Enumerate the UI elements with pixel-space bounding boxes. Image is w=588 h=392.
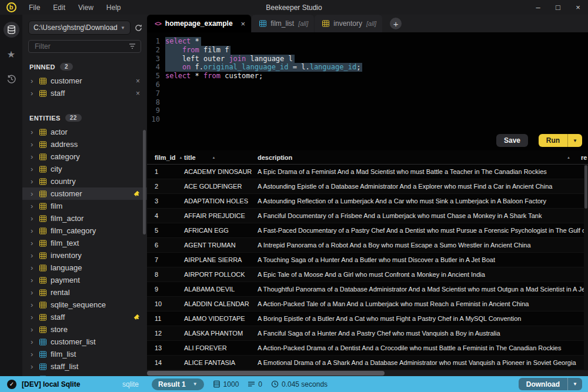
menu-help[interactable]: Help bbox=[100, 4, 128, 12]
chevron-right-icon[interactable]: › bbox=[31, 277, 35, 283]
chevron-right-icon[interactable]: › bbox=[31, 314, 35, 320]
unpin-close-icon[interactable]: × bbox=[136, 77, 140, 85]
editor-line[interactable]: 5select * from customer; bbox=[147, 72, 588, 81]
scrollbar-handle[interactable] bbox=[147, 371, 385, 376]
entity-rental[interactable]: ›rental bbox=[22, 286, 147, 299]
editor-line[interactable]: 6 bbox=[147, 81, 588, 89]
table-row[interactable]: 5AFRICAN EGGA Fast-Paced Documentary of … bbox=[147, 223, 588, 238]
column-header-film-id[interactable]: film_id ▲ bbox=[147, 154, 184, 161]
chevron-right-icon[interactable]: › bbox=[31, 142, 35, 148]
menu-file[interactable]: File bbox=[22, 4, 46, 12]
entity-staff[interactable]: ›staff bbox=[22, 311, 147, 323]
chevron-right-icon[interactable]: › bbox=[31, 290, 35, 296]
unpin-close-icon[interactable]: × bbox=[136, 89, 140, 98]
chevron-right-icon[interactable]: › bbox=[31, 191, 35, 197]
chevron-right-icon[interactable]: › bbox=[31, 302, 35, 308]
chevron-right-icon[interactable]: › bbox=[31, 240, 35, 246]
table-row[interactable]: 8AIRPORT POLLOCKA Epic Tale of a Moose A… bbox=[147, 267, 588, 282]
filter-input[interactable] bbox=[34, 42, 129, 51]
entity-sales_by_store[interactable]: ›sales_by_store bbox=[22, 373, 147, 376]
chevron-right-icon[interactable]: › bbox=[31, 78, 35, 84]
editor-line[interactable]: 10 bbox=[147, 115, 588, 124]
entity-film_list[interactable]: ›film_list bbox=[22, 348, 147, 360]
tab-inventory[interactable]: inventory[all] bbox=[315, 15, 382, 32]
close-icon[interactable]: × bbox=[568, 0, 588, 15]
pinned-item-customer[interactable]: ›customer× bbox=[22, 75, 147, 87]
menu-edit[interactable]: Edit bbox=[46, 4, 72, 12]
chevron-right-icon[interactable]: › bbox=[31, 179, 35, 185]
chevron-right-icon[interactable]: › bbox=[31, 203, 35, 209]
entity-address[interactable]: ›address bbox=[22, 138, 147, 150]
column-header-title[interactable]: title ▲ bbox=[184, 154, 258, 161]
close-tab-icon[interactable]: × bbox=[241, 19, 246, 28]
favorites-star-icon[interactable]: ★ bbox=[4, 46, 19, 62]
column-header-description[interactable]: description ▲ bbox=[258, 154, 581, 161]
chevron-right-icon[interactable]: › bbox=[31, 351, 35, 357]
entity-category[interactable]: ›category bbox=[22, 150, 147, 163]
connection-selector[interactable]: C:\Users\ghstng\Downloads ▼ bbox=[28, 21, 131, 35]
result-selector[interactable]: Result 1 ▼ bbox=[152, 378, 204, 390]
tab-film_list[interactable]: film_list[all] bbox=[252, 15, 314, 32]
editor-line[interactable]: 4 on f.original_language_id = l.language… bbox=[147, 63, 588, 72]
chevron-right-icon[interactable]: › bbox=[31, 154, 35, 160]
refresh-icon[interactable] bbox=[135, 24, 142, 32]
save-button[interactable]: Save bbox=[496, 134, 528, 147]
pin-icon[interactable] bbox=[133, 314, 140, 320]
new-tab-button[interactable]: + bbox=[390, 18, 402, 29]
entity-inventory[interactable]: ›inventory bbox=[22, 249, 147, 262]
grid-horizontal-scrollbar[interactable] bbox=[147, 370, 588, 376]
pinned-item-staff[interactable]: ›staff× bbox=[22, 87, 147, 99]
table-row[interactable]: 13ALI FOREVERA Action-Packed Drama of a … bbox=[147, 341, 588, 356]
chevron-right-icon[interactable]: › bbox=[31, 91, 35, 96]
sidebar-scrollbar[interactable] bbox=[143, 130, 146, 234]
table-row[interactable]: 11ALAMO VIDEOTAPEA Boring Epistle of a B… bbox=[147, 311, 588, 326]
entity-sqlite_sequence[interactable]: ›sqlite_sequence bbox=[22, 299, 147, 311]
entity-language[interactable]: ›language bbox=[22, 262, 147, 274]
entity-store[interactable]: ›store bbox=[22, 323, 147, 336]
connection-status[interactable]: ✓ [DEV] local Sqlite sqlite bbox=[0, 380, 147, 389]
entity-film[interactable]: ›film bbox=[22, 200, 147, 212]
table-row[interactable]: 9ALABAMA DEVILA Thoughtful Panorama of a… bbox=[147, 282, 588, 297]
entity-staff_list[interactable]: ›staff_list bbox=[22, 360, 147, 373]
chevron-right-icon[interactable]: › bbox=[31, 253, 35, 259]
run-options-chevron-icon[interactable]: ▼ bbox=[567, 134, 582, 147]
database-tables-icon[interactable] bbox=[4, 22, 19, 38]
pin-icon[interactable] bbox=[133, 190, 140, 197]
entity-payment[interactable]: ›payment bbox=[22, 274, 147, 286]
table-row[interactable]: 14ALICE FANTASIAA Emotional Drama of a A… bbox=[147, 356, 588, 370]
editor-line[interactable]: 3 left outer join language l bbox=[147, 55, 588, 63]
table-row[interactable]: 6AGENT TRUMANA Intrepid Panorama of a Ro… bbox=[147, 238, 588, 253]
table-row[interactable]: 4AFFAIR PREJUDICEA Fanciful Documentary … bbox=[147, 209, 588, 223]
download-button[interactable]: Download ▼ bbox=[519, 378, 582, 390]
tab-homepage_example[interactable]: <>homepage_example× bbox=[147, 15, 251, 32]
table-row[interactable]: 2ACE GOLDFINGERA Astounding Epistle of a… bbox=[147, 179, 588, 194]
entity-film_actor[interactable]: ›film_actor bbox=[22, 212, 147, 225]
column-header-partial[interactable]: re bbox=[581, 154, 588, 161]
entity-customer_list[interactable]: ›customer_list bbox=[22, 336, 147, 348]
history-icon[interactable] bbox=[4, 71, 19, 87]
table-row[interactable]: 3ADAPTATION HOLESA Astounding Reflection… bbox=[147, 194, 588, 209]
maximize-icon[interactable]: □ bbox=[548, 0, 568, 15]
editor-line[interactable]: 1select * bbox=[147, 37, 588, 46]
chevron-right-icon[interactable]: › bbox=[31, 129, 35, 135]
chevron-right-icon[interactable]: › bbox=[31, 327, 35, 333]
chevron-right-icon[interactable]: › bbox=[31, 216, 35, 222]
entity-film_category[interactable]: ›film_category bbox=[22, 225, 147, 237]
minimize-icon[interactable]: – bbox=[528, 0, 548, 15]
chevron-right-icon[interactable]: › bbox=[31, 339, 35, 345]
table-row[interactable]: 1ACADEMY DINOSAURA Epic Drama of a Femin… bbox=[147, 165, 588, 179]
entity-customer[interactable]: ›customer bbox=[22, 187, 147, 200]
menu-view[interactable]: View bbox=[72, 4, 100, 12]
entity-film_text[interactable]: ›film_text bbox=[22, 237, 147, 249]
download-options-chevron-icon[interactable]: ▼ bbox=[567, 378, 582, 390]
sql-editor[interactable]: 1select *2 from film f3 left outer join … bbox=[147, 32, 588, 131]
chevron-right-icon[interactable]: › bbox=[31, 265, 35, 271]
chevron-right-icon[interactable]: › bbox=[31, 376, 35, 377]
entity-city[interactable]: ›city bbox=[22, 163, 147, 175]
table-row[interactable]: 7AIRPLANE SIERRAA Touching Saga of a Hun… bbox=[147, 253, 588, 267]
editor-line[interactable]: 2 from film f bbox=[147, 46, 588, 55]
entity-actor[interactable]: ›actor bbox=[22, 126, 147, 138]
run-button[interactable]: Run ▼ bbox=[539, 134, 582, 147]
editor-line[interactable]: 8 bbox=[147, 98, 588, 107]
table-row[interactable]: 10ALADDIN CALENDARA Action-Packed Tale o… bbox=[147, 297, 588, 311]
